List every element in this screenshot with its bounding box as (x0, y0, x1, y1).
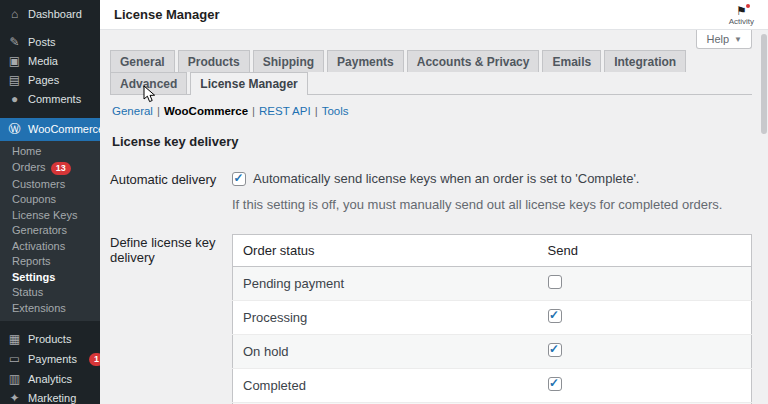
tab-advanced[interactable]: Advanced (110, 72, 187, 94)
tab-general[interactable]: General (110, 50, 175, 72)
sidebar-item-payments[interactable]: ▭ Payments 1 (0, 349, 100, 370)
activity-button[interactable]: ⚑ Activity (729, 3, 754, 26)
submenu-label: Extensions (12, 303, 66, 315)
sidebar-item-label: Media (28, 56, 58, 67)
submenu-item-customers[interactable]: Customers (0, 177, 100, 193)
pages-icon: ▤ (8, 75, 21, 86)
help-dropdown[interactable]: Help ▼ (696, 30, 752, 49)
settings-tab-bar: GeneralProductsShippingPaymentsAccounts … (110, 50, 752, 95)
submenu-label: Activations (12, 241, 65, 253)
table-row: On hold (233, 335, 752, 369)
help-label: Help (706, 33, 729, 45)
submenu-item-orders[interactable]: Orders 13 (0, 160, 100, 177)
table-row: Pending payment (233, 267, 752, 301)
automatic-delivery-field: Automatically send license keys when an … (232, 171, 722, 212)
submenu-item-activations[interactable]: Activations (0, 239, 100, 255)
order-status-cell: Completed (233, 369, 538, 403)
order-status-cell: Processing (233, 301, 538, 335)
payments-count-badge: 1 (89, 353, 100, 366)
submenu-item-reports[interactable]: Reports (0, 254, 100, 270)
marketing-icon: ✦ (8, 393, 21, 404)
sidebar-item-label: WooCommerce (28, 124, 100, 135)
subnav-separator: | (157, 105, 160, 117)
subnav-separator: | (315, 105, 318, 117)
scrollbar-thumb[interactable] (761, 34, 767, 134)
subnav-link-woocommerce[interactable]: WooCommerce (164, 105, 248, 117)
submenu-label: Settings (12, 272, 55, 284)
send-checkbox-completed[interactable] (548, 377, 562, 391)
menu-separator (0, 109, 100, 118)
subnav-separator: | (252, 105, 255, 117)
submenu-label: Home (12, 146, 41, 158)
submenu-item-settings[interactable]: Settings (0, 270, 100, 286)
subnav-link-rest-api[interactable]: REST API (259, 105, 311, 117)
send-checkbox-pending-payment[interactable] (548, 275, 562, 289)
submenu-label: License Keys (12, 210, 77, 222)
woocommerce-submenu: Home Orders 13 Customers Coupons License… (0, 141, 100, 321)
menu-separator (0, 321, 100, 330)
automatic-delivery-row: Automatic delivery Automatically send li… (110, 171, 752, 212)
sidebar-item-label: Analytics (28, 374, 72, 385)
dashboard-icon: ⌂ (8, 9, 21, 20)
sidebar-item-label: Comments (28, 94, 81, 105)
activity-flag-icon: ⚑ (736, 5, 747, 17)
posts-icon: ✎ (8, 37, 21, 48)
subnav-link-general[interactable]: General (112, 105, 153, 117)
settings-content: GeneralProductsShippingPaymentsAccounts … (100, 30, 768, 404)
tab-payments[interactable]: Payments (327, 50, 404, 72)
automatic-delivery-checkbox-label: Automatically send license keys when an … (253, 171, 639, 186)
sidebar-item-label: Dashboard (28, 9, 82, 20)
send-checkbox-on-hold[interactable] (548, 343, 562, 357)
section-heading: License key delivery (112, 134, 752, 149)
send-checkbox-processing[interactable] (548, 309, 562, 323)
sidebar-item-products[interactable]: ▦ Products (0, 330, 100, 349)
submenu-item-coupons[interactable]: Coupons (0, 192, 100, 208)
sidebar-item-label: Products (28, 334, 71, 345)
sidebar-item-media[interactable]: ▣ Media (0, 52, 100, 71)
submenu-item-generators[interactable]: Generators (0, 223, 100, 239)
sidebar-item-dashboard[interactable]: ⌂ Dashboard (0, 5, 100, 24)
sidebar-item-label: Marketing (28, 393, 76, 404)
delivery-table-row: Define license key delivery Order status… (110, 234, 752, 404)
automatic-delivery-checkbox[interactable] (232, 172, 246, 186)
delivery-table-label: Define license key delivery (110, 234, 232, 265)
sidebar-item-posts[interactable]: ✎ Posts (0, 33, 100, 52)
tab-products[interactable]: Products (178, 50, 250, 72)
tab-shipping[interactable]: Shipping (253, 50, 324, 72)
page-title: License Manager (114, 7, 220, 22)
sidebar-item-label: Payments (28, 354, 77, 365)
tab-license-manager[interactable]: License Manager (190, 72, 307, 95)
table-row: Completed (233, 369, 752, 403)
sidebar-item-pages[interactable]: ▤ Pages (0, 71, 100, 90)
woocommerce-icon: Ⓦ (8, 124, 21, 135)
tab-accounts-privacy[interactable]: Accounts & Privacy (407, 50, 540, 72)
page-header: License Manager ⚑ Activity (100, 0, 768, 30)
table-header-row: Order status Send (233, 235, 752, 267)
column-header-send: Send (538, 235, 752, 267)
submenu-item-license-keys[interactable]: License Keys (0, 208, 100, 224)
menu-separator (0, 24, 100, 33)
sidebar-item-woocommerce[interactable]: Ⓦ WooCommerce (0, 118, 100, 141)
sidebar-item-label: Pages (28, 75, 59, 86)
payments-icon: ▭ (8, 354, 21, 365)
sidebar-item-marketing[interactable]: ✦ Marketing (0, 389, 100, 404)
tab-integration[interactable]: Integration (604, 50, 686, 72)
media-icon: ▣ (8, 56, 21, 67)
tab-emails[interactable]: Emails (542, 50, 601, 72)
submenu-label: Generators (12, 225, 67, 237)
sidebar-item-analytics[interactable]: ▥ Analytics (0, 370, 100, 389)
sidebar-item-comments[interactable]: ● Comments (0, 90, 100, 109)
subnav-link-tools[interactable]: Tools (322, 105, 349, 117)
sidebar-item-label: Posts (28, 37, 56, 48)
submenu-item-home[interactable]: Home (0, 144, 100, 160)
submenu-label: Customers (12, 179, 65, 191)
analytics-icon: ▥ (8, 374, 21, 385)
products-icon: ▦ (8, 334, 21, 345)
submenu-item-extensions[interactable]: Extensions (0, 301, 100, 317)
submenu-item-status[interactable]: Status (0, 285, 100, 301)
orders-count-badge: 13 (51, 162, 71, 175)
delivery-table-field: Order status Send Pending payment Proces… (232, 234, 752, 404)
admin-sidebar: ⌂ Dashboard ✎ Posts ▣ Media ▤ Pages ● Co… (0, 0, 100, 404)
submenu-label: Reports (12, 256, 51, 268)
section-subnav: General|WooCommerce|REST API|Tools (112, 105, 752, 117)
